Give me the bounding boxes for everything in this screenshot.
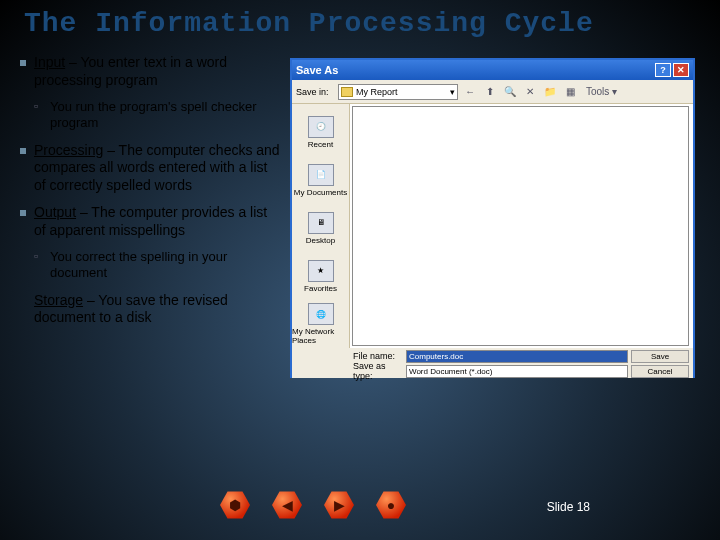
next-icon: ▶ — [324, 490, 354, 520]
save-as-dialog: Save As ? ✕ Save in: My Report ▾ ← ⬆ 🔍 ✕… — [290, 58, 695, 378]
views-button[interactable]: ▦ — [562, 84, 578, 100]
input-label: Input — [34, 54, 65, 70]
place-desktop-label: Desktop — [306, 236, 335, 245]
chevron-down-icon: ▾ — [450, 87, 455, 97]
filename-label: File name: — [353, 351, 403, 361]
place-recent-label: Recent — [308, 140, 333, 149]
tools-dropdown[interactable]: Tools ▾ — [582, 84, 621, 100]
delete-button[interactable]: ✕ — [522, 84, 538, 100]
bullet-output-sub: You correct the spelling in your documen… — [34, 249, 280, 282]
place-favorites-label: Favorites — [304, 284, 337, 293]
slide-title: The Information Processing Cycle — [24, 8, 594, 39]
filename-input[interactable]: Computers.doc — [406, 350, 628, 363]
place-network[interactable]: 🌐My Network Places — [292, 300, 349, 348]
processing-label: Processing — [34, 142, 103, 158]
nav-last-button[interactable]: ● — [376, 490, 406, 520]
bullet-processing: Processing – The computer checks and com… — [20, 142, 280, 195]
bullet-output: Output – The computer provides a list of… — [20, 204, 280, 239]
dialog-title-text: Save As — [296, 64, 338, 76]
last-icon: ● — [376, 490, 406, 520]
up-button[interactable]: ⬆ — [482, 84, 498, 100]
file-list-area[interactable] — [352, 106, 689, 346]
place-mydocs-label: My Documents — [294, 188, 347, 197]
output-label: Output — [34, 204, 76, 220]
back-button[interactable]: ← — [462, 84, 478, 100]
folder-icon — [341, 87, 353, 97]
nav-home-button[interactable]: ⬢ — [220, 490, 250, 520]
bullet-input: Input – You enter text in a word process… — [20, 54, 280, 89]
save-button[interactable]: Save — [631, 350, 689, 363]
place-network-label: My Network Places — [292, 327, 349, 345]
place-mydocs[interactable]: 📄My Documents — [292, 156, 349, 204]
filetype-label: Save as type: — [353, 361, 403, 381]
dialog-titlebar[interactable]: Save As ? ✕ — [292, 60, 693, 80]
prev-icon: ◀ — [272, 490, 302, 520]
network-icon: 🌐 — [308, 303, 334, 325]
dialog-toolbar: Save in: My Report ▾ ← ⬆ 🔍 ✕ 📁 ▦ Tools ▾ — [292, 80, 693, 104]
dialog-bottom-panel: File name: Computers.doc Save Save as ty… — [292, 348, 693, 378]
savein-label: Save in: — [296, 87, 334, 97]
storage-label: Storage — [34, 292, 83, 308]
bullet-list: Input – You enter text in a word process… — [20, 54, 280, 337]
place-desktop[interactable]: 🖥Desktop — [292, 204, 349, 252]
nav-prev-button[interactable]: ◀ — [272, 490, 302, 520]
help-button[interactable]: ? — [655, 63, 671, 77]
place-recent[interactable]: 🕘Recent — [292, 108, 349, 156]
bullet-storage: Storage – You save the revised document … — [20, 292, 280, 327]
savein-value: My Report — [356, 87, 398, 97]
recent-icon: 🕘 — [308, 116, 334, 138]
slide-number: Slide 18 — [547, 500, 590, 514]
close-button[interactable]: ✕ — [673, 63, 689, 77]
home-icon: ⬢ — [220, 490, 250, 520]
nav-buttons: ⬢ ◀ ▶ ● — [220, 490, 406, 520]
nav-next-button[interactable]: ▶ — [324, 490, 354, 520]
desktop-icon: 🖥 — [308, 212, 334, 234]
place-favorites[interactable]: ★Favorites — [292, 252, 349, 300]
cancel-button[interactable]: Cancel — [631, 365, 689, 378]
mydocs-icon: 📄 — [308, 164, 334, 186]
savein-dropdown[interactable]: My Report ▾ — [338, 84, 458, 100]
search-button[interactable]: 🔍 — [502, 84, 518, 100]
newfolder-button[interactable]: 📁 — [542, 84, 558, 100]
filetype-dropdown[interactable]: Word Document (*.doc) — [406, 365, 628, 378]
favorites-icon: ★ — [308, 260, 334, 282]
places-bar: 🕘Recent 📄My Documents 🖥Desktop ★Favorite… — [292, 104, 350, 348]
bullet-input-sub: You run the program's spell checker prog… — [34, 99, 280, 132]
